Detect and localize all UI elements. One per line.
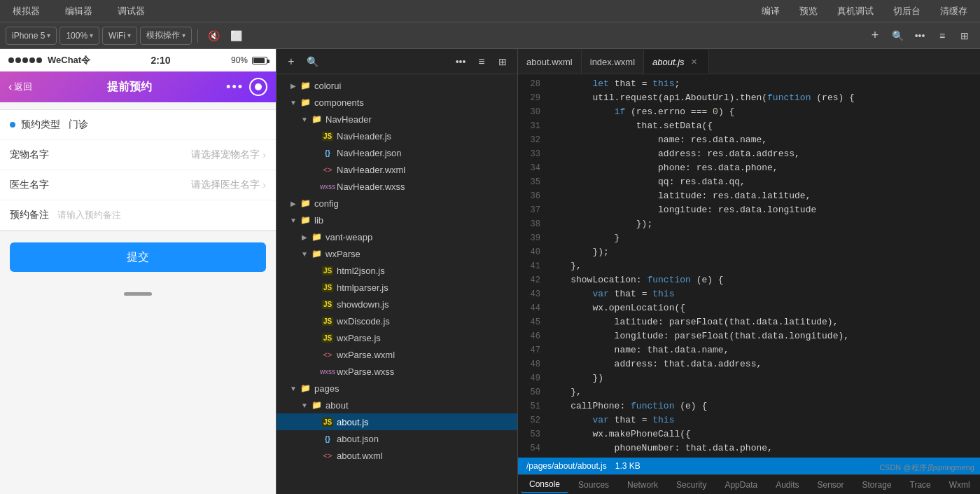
tree-item-navheader[interactable]: ▼ 📁 NavHeader [276, 111, 517, 128]
line-number-45: 45 [518, 315, 549, 329]
tab-index-wxml-label: index.wxml [590, 57, 635, 67]
bottom-tab-security[interactable]: Security [668, 477, 715, 493]
tree-item-navheader-json[interactable]: {} NavHeader.json [276, 144, 517, 161]
home-indicator [0, 283, 276, 304]
layout-icon-btn[interactable]: ⊞ [955, 27, 974, 45]
token: callPhone: [549, 401, 631, 411]
tree-item-showdown[interactable]: JS showdown.js [276, 296, 517, 313]
tree-item-vant-weapp[interactable]: ▶ 📁 vant-weapp [276, 228, 517, 245]
bottom-tab-audits[interactable]: Audits [767, 477, 807, 493]
token: (e) { [691, 275, 724, 285]
rotate-icon-btn[interactable]: ⬜ [226, 27, 246, 45]
line-content-31: that.setData({ [549, 119, 980, 133]
tree-item-colorui[interactable]: ▶ 📁 colorui [276, 77, 517, 94]
bottom-tab-appdata[interactable]: AppData [716, 477, 766, 493]
code-line-54: 54 phoneNumber: that.data.phone, [518, 441, 980, 455]
tree-item-navheader-wxml[interactable]: <> NavHeader.wxml [276, 161, 517, 178]
filetree-add-btn[interactable]: + [282, 53, 300, 71]
nav-record-button[interactable] [249, 78, 267, 96]
tab-about-js-close[interactable]: ✕ [689, 56, 700, 67]
code-editor[interactable]: 28 let that = this;29 util.request(api.A… [518, 74, 980, 458]
tree-item-wxparse-wxss[interactable]: wxss wxParse.wxss [276, 363, 517, 380]
filetree-layout-btn[interactable]: ⊞ [493, 53, 512, 71]
filetree-sort-btn[interactable]: ≡ [472, 53, 491, 71]
more-icon-btn[interactable]: ••• [910, 27, 930, 45]
showdown-icon: JS [321, 300, 334, 309]
operation-selector[interactable]: 模拟操作 ▾ [140, 27, 192, 45]
token: var [592, 289, 608, 299]
tree-item-components[interactable]: ▼ 📁 components [276, 94, 517, 111]
bottom-tab-sources[interactable]: Sources [570, 477, 617, 493]
tree-item-navheader-js[interactable]: JS NavHeader.js [276, 128, 517, 144]
navheader-arrow: ▼ [299, 116, 310, 123]
doctor-row[interactable]: 医生名字 请选择医生名字 › [0, 170, 276, 200]
tree-item-html2json[interactable]: JS html2json.js [276, 262, 517, 279]
battery-icon [252, 57, 267, 64]
tree-item-config[interactable]: ▶ 📁 config [276, 195, 517, 212]
device-selector[interactable]: iPhone 5 ▾ [6, 27, 57, 45]
token: 0 [713, 107, 718, 117]
filetree-more-btn[interactable]: ••• [451, 53, 470, 71]
pet-row[interactable]: 宠物名字 请选择宠物名字 › [0, 140, 276, 170]
tab-about-wxml[interactable]: about.wxml [518, 50, 582, 74]
tree-item-about-js[interactable]: JS about.js [276, 413, 517, 430]
tree-item-wxdiscode[interactable]: JS wxDiscode.js [276, 313, 517, 329]
vant-folder-icon: 📁 [310, 232, 323, 242]
toolbar-left: 模拟器 编辑器 调试器 [8, 4, 149, 19]
tree-item-about-folder[interactable]: ▼ 📁 about [276, 397, 517, 413]
token: }, [549, 387, 582, 397]
colorui-folder-icon: 📁 [299, 81, 312, 90]
main-area: WeChat令 2:10 90% ‹ 返回 提前预约 ••• [0, 49, 980, 494]
tree-item-wxparse-wxml[interactable]: <> wxParse.wxml [276, 346, 517, 363]
submit-button[interactable]: 提交 [10, 242, 266, 272]
line-content-44: wx.openLocation({ [549, 301, 980, 315]
line-content-53: wx.makePhoneCall({ [549, 427, 980, 441]
toolbar-editor[interactable]: 编辑器 [61, 4, 97, 19]
tree-item-about-json[interactable]: {} about.json [276, 430, 517, 447]
nav-back-button[interactable]: ‹ 返回 [8, 81, 32, 93]
tree-item-wxparse[interactable]: ▼ 📁 wxParse [276, 245, 517, 262]
tree-item-navheader-wxss[interactable]: wxss NavHeader.wxss [276, 178, 517, 195]
search-icon-btn[interactable]: 🔍 [888, 27, 907, 45]
line-number-50: 50 [518, 385, 549, 399]
toolbar-preview[interactable]: 预览 [795, 4, 822, 19]
code-line-30: 30 if (res.errno === 0) { [518, 105, 980, 119]
add-icon-btn[interactable]: + [865, 27, 885, 45]
tab-about-js[interactable]: about.js ✕ [644, 50, 709, 74]
tab-index-wxml[interactable]: index.wxml [582, 50, 644, 74]
zoom-selector[interactable]: 100% ▾ [59, 27, 99, 45]
bottom-tab-trace[interactable]: Trace [902, 477, 939, 493]
file-size: 1.3 KB [615, 461, 640, 471]
tree-item-lib[interactable]: ▼ 📁 lib [276, 212, 517, 228]
bottom-tab-console[interactable]: Console [521, 476, 568, 493]
filetree-search-btn[interactable]: 🔍 [303, 53, 321, 71]
toolbar-compile[interactable]: 编译 [757, 4, 784, 19]
nav-more-dots[interactable]: ••• [226, 80, 244, 95]
nav-title: 提前预约 [107, 80, 152, 95]
tree-item-htmlparser[interactable]: JS htmlparser.js [276, 279, 517, 296]
network-selector[interactable]: WiFi ▾ [102, 27, 137, 45]
bottom-tab-wxml[interactable]: Wxml [941, 477, 979, 493]
tree-item-about-wxml[interactable]: <> about.wxml [276, 447, 517, 464]
tree-item-wxparse-js[interactable]: JS wxParse.js [276, 329, 517, 346]
operation-label: 模拟操作 [146, 29, 180, 41]
toolbar-debugger[interactable]: 调试器 [113, 4, 149, 19]
bottom-tab-storage[interactable]: Storage [854, 477, 900, 493]
bottom-tab-network[interactable]: Network [619, 477, 666, 493]
wxdiscode-name: wxDiscode.js [337, 316, 517, 327]
note-placeholder[interactable]: 请输入预约备注 [57, 209, 121, 221]
toolbar-real-debug[interactable]: 真机调试 [833, 4, 878, 19]
sort-icon-btn[interactable]: ≡ [932, 27, 952, 45]
token: } [549, 233, 620, 243]
token: function [631, 401, 674, 411]
tree-item-pages[interactable]: ▼ 📁 pages [276, 380, 517, 397]
token: name: res.data.name, [549, 135, 767, 145]
line-number-39: 39 [518, 231, 549, 245]
toolbar-background[interactable]: 切后台 [889, 4, 925, 19]
toolbar-simulator[interactable]: 模拟器 [8, 4, 44, 19]
bottom-tab-sensor[interactable]: Sensor [809, 477, 853, 493]
code-line-51: 51 callPhone: function (e) { [518, 399, 980, 413]
doctor-value: 请选择医生名字 › [191, 179, 266, 191]
volume-icon-btn[interactable]: 🔇 [204, 27, 223, 45]
toolbar-clear-cache[interactable]: 清缓存 [936, 4, 972, 19]
